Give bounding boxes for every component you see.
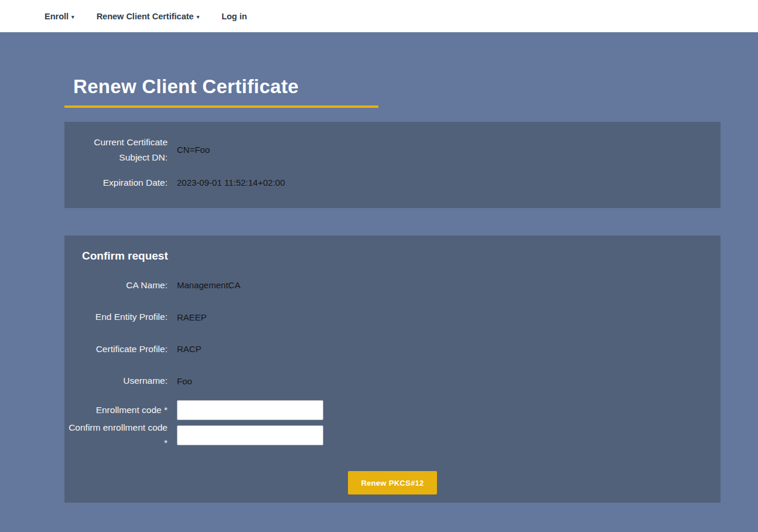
confirm-enrollment-code-label: Confirm enrollment code * — [64, 420, 168, 450]
ca-name-label: CA Name: — [64, 278, 168, 293]
ca-name-row: CA Name: ManagementCA — [64, 278, 721, 293]
nav-log-in[interactable]: Log in — [221, 12, 247, 21]
current-certificate-panel: Current Certificate Subject DN: CN=Foo E… — [64, 122, 721, 208]
certificate-profile-value: RACP — [177, 344, 202, 354]
certificate-profile-row: Certificate Profile: RACP — [64, 342, 721, 357]
enrollment-code-input[interactable] — [177, 400, 323, 420]
enrollment-code-label: Enrollment code * — [64, 403, 168, 418]
username-row: Username: Foo — [64, 373, 721, 388]
confirm-request-panel: Confirm request CA Name: ManagementCA En… — [64, 236, 721, 503]
top-navbar: Enroll ▾ Renew Client Certificate ▾ Log … — [0, 0, 758, 32]
chevron-down-icon: ▾ — [71, 14, 74, 20]
ca-name-value: ManagementCA — [177, 280, 240, 290]
button-row: Renew PKCS#12 — [64, 471, 721, 495]
nav-enroll-label: Enroll — [45, 12, 69, 21]
title-block: Renew Client Certificate — [64, 76, 378, 108]
page-title: Renew Client Certificate — [64, 76, 378, 98]
certificate-profile-label: Certificate Profile: — [64, 342, 168, 357]
enrollment-code-row: Enrollment code * — [64, 400, 721, 420]
expiration-date-row: Expiration Date: 2023-09-01 11:52:14+02:… — [64, 175, 721, 190]
confirm-enrollment-code-input[interactable] — [177, 425, 323, 445]
expiration-date-label: Expiration Date: — [64, 175, 168, 190]
nav-renew-label: Renew Client Certificate — [97, 12, 194, 21]
subject-dn-row: Current Certificate Subject DN: CN=Foo — [64, 135, 721, 165]
expiration-date-value: 2023-09-01 11:52:14+02:00 — [177, 178, 285, 187]
nav-enroll[interactable]: Enroll ▾ — [45, 12, 74, 21]
username-value: Foo — [177, 376, 192, 386]
confirm-request-heading: Confirm request — [64, 250, 721, 262]
chevron-down-icon: ▾ — [197, 14, 200, 20]
end-entity-profile-value: RAEEP — [177, 312, 207, 322]
subject-dn-label: Current Certificate Subject DN: — [64, 135, 168, 165]
nav-renew-client-certificate[interactable]: Renew Client Certificate ▾ — [97, 12, 200, 21]
page-content: Renew Client Certificate Current Certifi… — [0, 76, 758, 503]
renew-pkcs12-button[interactable]: Renew PKCS#12 — [348, 471, 436, 495]
username-label: Username: — [64, 373, 168, 388]
nav-login-label: Log in — [221, 12, 247, 21]
confirm-enrollment-code-row: Confirm enrollment code * — [64, 420, 721, 450]
subject-dn-value: CN=Foo — [177, 145, 210, 155]
end-entity-profile-row: End Entity Profile: RAEEP — [64, 309, 721, 325]
end-entity-profile-label: End Entity Profile: — [64, 309, 168, 325]
